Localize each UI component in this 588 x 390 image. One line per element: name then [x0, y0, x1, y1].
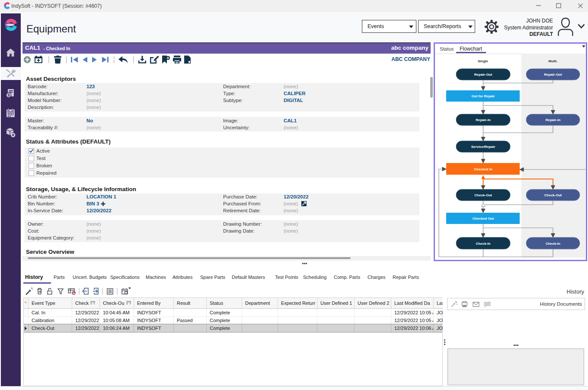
- svg-text:Check-In: Check-In: [476, 242, 491, 246]
- svg-text:Check-Out: Check-Out: [544, 193, 562, 197]
- svg-text:$: $: [8, 93, 10, 97]
- svg-text:Repair-Out: Repair-Out: [474, 73, 492, 77]
- svg-text:Single: Single: [478, 59, 489, 63]
- svg-text:Check-In: Check-In: [546, 242, 560, 246]
- svg-text:Check-Out: Check-Out: [474, 193, 492, 197]
- svg-text:Multi.: Multi.: [549, 59, 558, 63]
- svg-text:Checked In: Checked In: [474, 167, 492, 171]
- svg-text:Service/Repair: Service/Repair: [471, 145, 495, 149]
- svg-text:Repair-In: Repair-In: [546, 118, 561, 122]
- svg-text:Checked Out: Checked Out: [473, 217, 494, 221]
- svg-text:Out for Repair: Out for Repair: [472, 94, 495, 98]
- svg-text:Repair-Out: Repair-Out: [544, 73, 562, 77]
- svg-text:Repair-In: Repair-In: [476, 118, 491, 122]
